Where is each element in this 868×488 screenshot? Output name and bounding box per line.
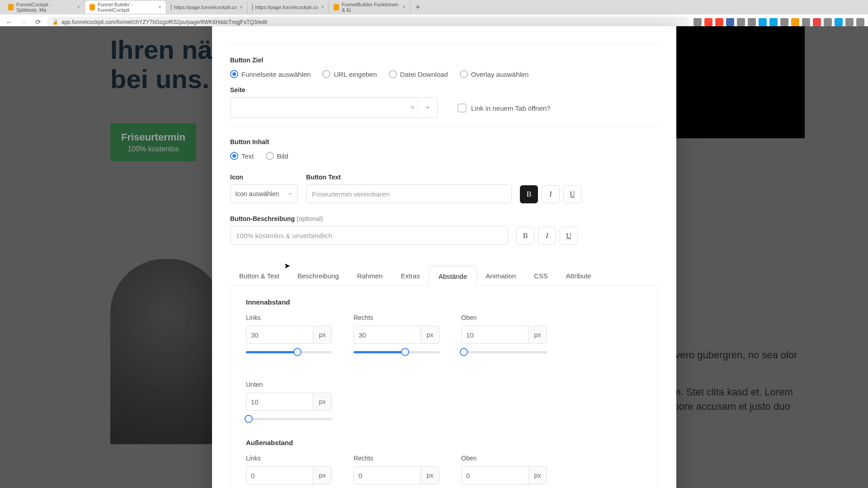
padding-grid: Links30px Rechts30px Oben10px Unten10px	[246, 314, 642, 426]
extension-icon[interactable]	[704, 18, 712, 26]
radio-overlay[interactable]: Overlay auswählen	[460, 70, 529, 78]
close-icon[interactable]: ×	[321, 4, 324, 10]
extension-icon[interactable]	[845, 18, 854, 26]
input-value: Friseurtermin vereinbaren	[312, 190, 390, 198]
icon-select-text: Icon auswählen	[235, 190, 279, 197]
tab-animation[interactable]: Animation	[476, 267, 525, 286]
extension-icon[interactable]	[835, 18, 843, 26]
underline-button[interactable]: U	[560, 227, 578, 245]
back-button[interactable]: ←	[4, 17, 14, 28]
italic-button[interactable]: I	[538, 227, 556, 245]
label-button-text: Button Text	[306, 174, 512, 181]
tab-panel-abstaende: Innenabstand Links30px Rechts30px Oben10…	[230, 285, 658, 488]
radio-download[interactable]: Datei Download	[389, 70, 448, 78]
new-tab-checkbox[interactable]	[458, 103, 467, 113]
radio-funnelseite[interactable]: Funnelseite auswählen	[230, 70, 311, 78]
padding-top-input[interactable]: 10	[461, 326, 528, 344]
tab-3[interactable]: https://page.funnelcockpit.co×	[248, 1, 329, 14]
unit-select[interactable]: px	[420, 326, 439, 344]
margin-top-input[interactable]: 0	[461, 466, 528, 484]
button-text-input[interactable]: Friseurtermin vereinbaren	[306, 184, 512, 203]
margin-right-input[interactable]: 0	[354, 466, 420, 484]
new-tab-button[interactable]: +	[412, 2, 423, 13]
extension-icon[interactable]	[737, 18, 745, 26]
extension-icon[interactable]	[769, 18, 778, 26]
extension-icon[interactable]	[791, 18, 799, 26]
sp-label: Links	[246, 455, 332, 462]
italic-button[interactable]: I	[542, 185, 560, 203]
tab-4[interactable]: FunnelBuilder Funktionen & Ei×	[329, 1, 410, 14]
radio-icon	[230, 70, 238, 78]
clear-icon[interactable]: ×	[410, 103, 415, 112]
extension-icon[interactable]	[693, 18, 702, 26]
unit-select[interactable]: px	[313, 393, 332, 411]
unit-select[interactable]: px	[313, 326, 332, 344]
tab-rahmen[interactable]: Rahmen	[348, 267, 392, 286]
unit-select[interactable]: px	[528, 466, 547, 484]
tab-beschreibung[interactable]: Beschreibung	[288, 267, 348, 286]
sp-label: Oben	[461, 314, 547, 321]
unit-select[interactable]: px	[528, 326, 547, 344]
format-group-text: B I U	[520, 185, 581, 203]
tab-css[interactable]: CSS	[525, 267, 557, 286]
bold-button[interactable]: B	[516, 227, 534, 245]
tab-button-text[interactable]: Button & Text	[230, 267, 288, 286]
sp-label: Rechts	[354, 455, 439, 462]
padding-bottom-input[interactable]: 10	[246, 393, 313, 411]
radio-bild[interactable]: Bild	[266, 152, 288, 160]
bold-button[interactable]: B	[520, 185, 538, 203]
radio-label: URL eingeben	[334, 70, 377, 78]
padding-left-input[interactable]: 30	[246, 326, 313, 344]
underline-button[interactable]: U	[563, 185, 581, 203]
close-icon[interactable]: ×	[77, 4, 80, 10]
radio-icon	[230, 152, 238, 160]
extension-icon[interactable]	[856, 18, 864, 26]
close-icon[interactable]: ×	[158, 4, 161, 10]
margin-top-slider[interactable]	[461, 486, 547, 488]
padding-right-input[interactable]: 30	[354, 326, 420, 344]
url-bar[interactable]: 🔒app.funnelcockpit.com/funnel/zhYZY7bGzg…	[47, 17, 690, 28]
margin-left-input[interactable]: 0	[246, 466, 313, 484]
chevron-down-icon[interactable]	[417, 98, 437, 117]
radio-icon	[322, 70, 330, 78]
margin-right-slider[interactable]	[354, 486, 439, 488]
tab-2[interactable]: https://page.funnelcockpit.co×	[166, 1, 248, 14]
margin-grid: Links0px Rechts0px Oben0px Unten0px	[246, 455, 642, 488]
sp-label: Unten	[246, 381, 332, 388]
button-ziel-radios: Funnelseite auswählen URL eingeben Datei…	[230, 70, 658, 78]
padding-left-slider[interactable]	[246, 346, 332, 359]
padding-top-slider[interactable]	[461, 346, 547, 359]
tab-abst-nde[interactable]: Abstände	[429, 267, 476, 286]
radio-label: Datei Download	[400, 70, 448, 78]
button-description-input[interactable]: 100% kostenlos & unverbindlich	[230, 226, 508, 245]
extension-icon[interactable]	[759, 18, 767, 26]
tab-1[interactable]: Funnel Builder - FunnelCockpit×	[85, 1, 166, 14]
radio-url[interactable]: URL eingeben	[322, 70, 377, 78]
radio-text[interactable]: Text	[230, 152, 254, 160]
extension-icon[interactable]	[726, 18, 734, 26]
extensions-row	[693, 18, 864, 26]
seite-select[interactable]: ×	[230, 97, 438, 118]
extension-icon[interactable]	[813, 18, 821, 26]
close-icon[interactable]: ×	[402, 4, 406, 10]
unit-select[interactable]: px	[420, 466, 439, 484]
padding-right-slider[interactable]	[354, 346, 439, 359]
favicon-icon	[334, 4, 339, 10]
tab-extras[interactable]: Extras	[392, 267, 429, 286]
extension-icon[interactable]	[824, 18, 832, 26]
tab-label: FunnelBuilder Funktionen & Ei	[342, 2, 400, 13]
extension-icon[interactable]	[780, 18, 788, 26]
extension-icon[interactable]	[715, 18, 723, 26]
extension-icon[interactable]	[748, 18, 756, 26]
tab-attribute[interactable]: Attribute	[557, 267, 600, 286]
tab-0[interactable]: FunnelCockpit - Splittests, Ma×	[4, 1, 85, 14]
close-icon[interactable]: ×	[240, 4, 243, 10]
margin-left-slider[interactable]	[246, 486, 332, 488]
extension-icon[interactable]	[802, 18, 810, 26]
icon-select[interactable]: Icon auswählen	[230, 184, 298, 203]
forward-button[interactable]: →	[18, 17, 29, 28]
favicon-icon	[8, 4, 14, 10]
unit-select[interactable]: px	[313, 466, 332, 484]
reload-button[interactable]: ⟳	[33, 17, 43, 28]
padding-bottom-slider[interactable]	[246, 413, 332, 426]
